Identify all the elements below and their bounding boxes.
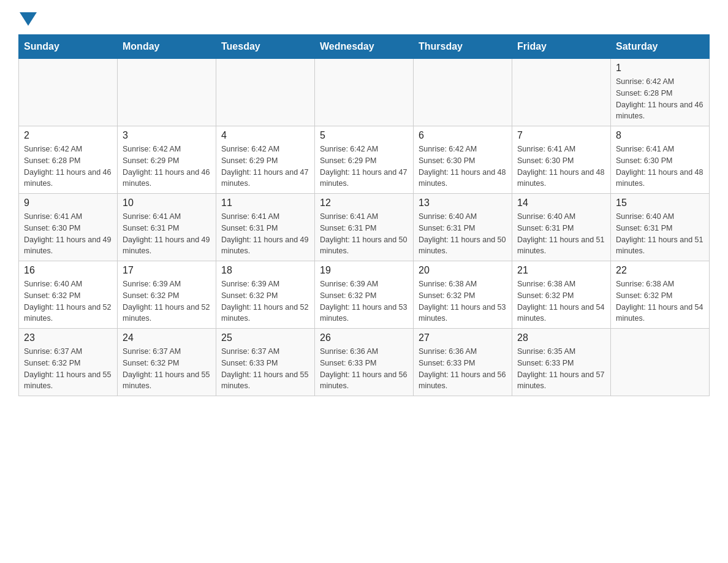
day-info: Sunrise: 6:39 AM Sunset: 6:32 PM Dayligh… xyxy=(123,278,211,324)
day-number: 5 xyxy=(320,130,408,141)
day-info: Sunrise: 6:41 AM Sunset: 6:31 PM Dayligh… xyxy=(123,211,211,257)
calendar-cell: 4Sunrise: 6:42 AM Sunset: 6:29 PM Daylig… xyxy=(216,126,315,194)
calendar-cell xyxy=(118,59,216,126)
day-number: 25 xyxy=(221,332,309,343)
calendar-cell: 1Sunrise: 6:42 AM Sunset: 6:28 PM Daylig… xyxy=(611,59,710,126)
day-number: 16 xyxy=(24,265,112,276)
calendar-cell: 13Sunrise: 6:40 AM Sunset: 6:31 PM Dayli… xyxy=(414,194,512,261)
day-info: Sunrise: 6:39 AM Sunset: 6:32 PM Dayligh… xyxy=(320,278,408,324)
day-info: Sunrise: 6:40 AM Sunset: 6:32 PM Dayligh… xyxy=(24,278,112,324)
day-info: Sunrise: 6:39 AM Sunset: 6:32 PM Dayligh… xyxy=(221,278,309,324)
day-info: Sunrise: 6:42 AM Sunset: 6:29 PM Dayligh… xyxy=(320,144,408,190)
calendar-cell: 18Sunrise: 6:39 AM Sunset: 6:32 PM Dayli… xyxy=(216,261,315,329)
day-number: 8 xyxy=(616,130,704,141)
calendar-cell xyxy=(216,59,315,126)
day-info: Sunrise: 6:38 AM Sunset: 6:32 PM Dayligh… xyxy=(616,278,704,324)
day-header-wednesday: Wednesday xyxy=(315,35,414,59)
day-number: 18 xyxy=(221,265,309,276)
day-number: 10 xyxy=(123,197,211,209)
calendar-cell xyxy=(19,59,118,126)
calendar-cell: 9Sunrise: 6:41 AM Sunset: 6:30 PM Daylig… xyxy=(19,194,118,261)
day-info: Sunrise: 6:42 AM Sunset: 6:28 PM Dayligh… xyxy=(616,76,704,122)
calendar-cell: 21Sunrise: 6:38 AM Sunset: 6:32 PM Dayli… xyxy=(512,261,611,329)
calendar-cell: 8Sunrise: 6:41 AM Sunset: 6:30 PM Daylig… xyxy=(611,126,710,194)
day-header-saturday: Saturday xyxy=(611,35,710,59)
calendar-table: SundayMondayTuesdayWednesdayThursdayFrid… xyxy=(18,34,710,396)
day-info: Sunrise: 6:42 AM Sunset: 6:28 PM Dayligh… xyxy=(24,144,112,190)
day-number: 17 xyxy=(123,265,211,276)
calendar-cell: 11Sunrise: 6:41 AM Sunset: 6:31 PM Dayli… xyxy=(216,194,315,261)
calendar-cell: 14Sunrise: 6:40 AM Sunset: 6:31 PM Dayli… xyxy=(512,194,611,261)
day-number: 2 xyxy=(24,130,112,141)
day-number: 27 xyxy=(419,332,507,343)
calendar-cell xyxy=(512,59,611,126)
day-header-tuesday: Tuesday xyxy=(216,35,315,59)
day-number: 19 xyxy=(320,265,408,276)
calendar-cell: 24Sunrise: 6:37 AM Sunset: 6:32 PM Dayli… xyxy=(118,329,216,396)
day-number: 3 xyxy=(123,130,211,141)
day-number: 7 xyxy=(517,130,605,141)
calendar-cell: 10Sunrise: 6:41 AM Sunset: 6:31 PM Dayli… xyxy=(118,194,216,261)
day-info: Sunrise: 6:40 AM Sunset: 6:31 PM Dayligh… xyxy=(419,211,507,257)
calendar-cell xyxy=(414,59,512,126)
day-number: 1 xyxy=(616,63,704,74)
day-number: 15 xyxy=(616,197,704,209)
calendar-cell: 12Sunrise: 6:41 AM Sunset: 6:31 PM Dayli… xyxy=(315,194,414,261)
logo-triangle-icon xyxy=(20,12,37,26)
day-number: 6 xyxy=(419,130,507,141)
calendar-cell: 22Sunrise: 6:38 AM Sunset: 6:32 PM Dayli… xyxy=(611,261,710,329)
day-number: 11 xyxy=(221,197,309,209)
calendar-cell: 7Sunrise: 6:41 AM Sunset: 6:30 PM Daylig… xyxy=(512,126,611,194)
calendar-cell: 25Sunrise: 6:37 AM Sunset: 6:33 PM Dayli… xyxy=(216,329,315,396)
day-info: Sunrise: 6:42 AM Sunset: 6:29 PM Dayligh… xyxy=(221,144,309,190)
calendar-cell: 3Sunrise: 6:42 AM Sunset: 6:29 PM Daylig… xyxy=(118,126,216,194)
day-info: Sunrise: 6:41 AM Sunset: 6:30 PM Dayligh… xyxy=(24,211,112,257)
calendar-cell: 23Sunrise: 6:37 AM Sunset: 6:32 PM Dayli… xyxy=(19,329,118,396)
day-info: Sunrise: 6:40 AM Sunset: 6:31 PM Dayligh… xyxy=(616,211,704,257)
calendar-cell: 27Sunrise: 6:36 AM Sunset: 6:33 PM Dayli… xyxy=(414,329,512,396)
week-row-5: 23Sunrise: 6:37 AM Sunset: 6:32 PM Dayli… xyxy=(19,329,710,396)
day-info: Sunrise: 6:36 AM Sunset: 6:33 PM Dayligh… xyxy=(320,346,408,392)
day-info: Sunrise: 6:41 AM Sunset: 6:30 PM Dayligh… xyxy=(616,144,704,190)
calendar-cell: 15Sunrise: 6:40 AM Sunset: 6:31 PM Dayli… xyxy=(611,194,710,261)
day-info: Sunrise: 6:37 AM Sunset: 6:33 PM Dayligh… xyxy=(221,346,309,392)
day-info: Sunrise: 6:42 AM Sunset: 6:29 PM Dayligh… xyxy=(123,144,211,190)
day-info: Sunrise: 6:38 AM Sunset: 6:32 PM Dayligh… xyxy=(517,278,605,324)
day-number: 13 xyxy=(419,197,507,209)
calendar-cell xyxy=(611,329,710,396)
week-row-2: 2Sunrise: 6:42 AM Sunset: 6:28 PM Daylig… xyxy=(19,126,710,194)
day-header-monday: Monday xyxy=(118,35,216,59)
week-row-4: 16Sunrise: 6:40 AM Sunset: 6:32 PM Dayli… xyxy=(19,261,710,329)
calendar-cell: 16Sunrise: 6:40 AM Sunset: 6:32 PM Dayli… xyxy=(19,261,118,329)
day-header-friday: Friday xyxy=(512,35,611,59)
day-headers-row: SundayMondayTuesdayWednesdayThursdayFrid… xyxy=(19,35,710,59)
calendar-cell: 5Sunrise: 6:42 AM Sunset: 6:29 PM Daylig… xyxy=(315,126,414,194)
day-info: Sunrise: 6:41 AM Sunset: 6:31 PM Dayligh… xyxy=(320,211,408,257)
logo xyxy=(18,12,37,28)
calendar-cell: 19Sunrise: 6:39 AM Sunset: 6:32 PM Dayli… xyxy=(315,261,414,329)
day-info: Sunrise: 6:42 AM Sunset: 6:30 PM Dayligh… xyxy=(419,144,507,190)
day-info: Sunrise: 6:37 AM Sunset: 6:32 PM Dayligh… xyxy=(123,346,211,392)
day-number: 24 xyxy=(123,332,211,343)
calendar-cell: 17Sunrise: 6:39 AM Sunset: 6:32 PM Dayli… xyxy=(118,261,216,329)
calendar-cell: 20Sunrise: 6:38 AM Sunset: 6:32 PM Dayli… xyxy=(414,261,512,329)
day-number: 12 xyxy=(320,197,408,209)
week-row-1: 1Sunrise: 6:42 AM Sunset: 6:28 PM Daylig… xyxy=(19,59,710,126)
day-info: Sunrise: 6:35 AM Sunset: 6:33 PM Dayligh… xyxy=(517,346,605,392)
day-info: Sunrise: 6:40 AM Sunset: 6:31 PM Dayligh… xyxy=(517,211,605,257)
day-number: 9 xyxy=(24,197,112,209)
calendar-cell: 2Sunrise: 6:42 AM Sunset: 6:28 PM Daylig… xyxy=(19,126,118,194)
day-info: Sunrise: 6:36 AM Sunset: 6:33 PM Dayligh… xyxy=(419,346,507,392)
day-number: 28 xyxy=(517,332,605,343)
day-header-thursday: Thursday xyxy=(414,35,512,59)
day-number: 22 xyxy=(616,265,704,276)
calendar-cell: 26Sunrise: 6:36 AM Sunset: 6:33 PM Dayli… xyxy=(315,329,414,396)
day-info: Sunrise: 6:38 AM Sunset: 6:32 PM Dayligh… xyxy=(419,278,507,324)
day-info: Sunrise: 6:41 AM Sunset: 6:30 PM Dayligh… xyxy=(517,144,605,190)
day-number: 23 xyxy=(24,332,112,343)
day-number: 4 xyxy=(221,130,309,141)
day-number: 20 xyxy=(419,265,507,276)
day-number: 26 xyxy=(320,332,408,343)
week-row-3: 9Sunrise: 6:41 AM Sunset: 6:30 PM Daylig… xyxy=(19,194,710,261)
page-header xyxy=(18,12,710,28)
